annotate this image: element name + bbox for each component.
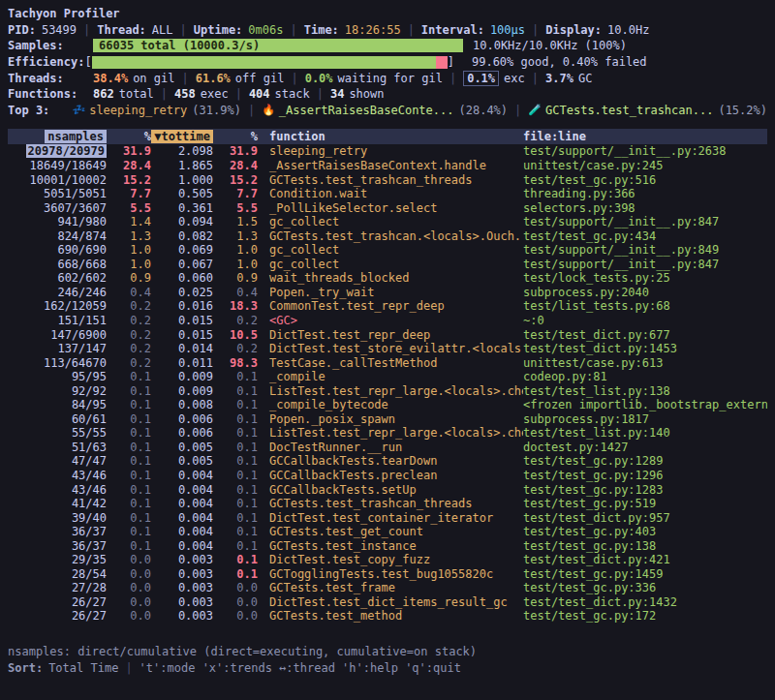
interval-label: Interval:: [421, 23, 484, 37]
sample-pct-cell: 0.1: [107, 469, 151, 482]
table-row[interactable]: 39/40 0.1 0.004 0.1 DictTest.test_contai…: [8, 510, 767, 525]
table-row[interactable]: 668/668 1.0 0.067 1.0 gc_collect test/su…: [8, 258, 767, 272]
cumulative-pct-cell: 0.4: [213, 286, 258, 299]
column-header-tottime[interactable]: ▼tottime: [151, 130, 213, 143]
functions-line: Functions: 862total | 458exec | 404stack…: [8, 86, 767, 103]
tachyon-profiler-window: Tachyon Profiler PID:53499 | Thread:ALL …: [0, 0, 775, 700]
cumulative-pct-cell: 0.0: [213, 581, 258, 594]
tottime-cell: 1.000: [151, 173, 213, 187]
table-row[interactable]: 36/37 0.1 0.004 0.1 GCTests.test_get_cou…: [8, 525, 767, 539]
table-row[interactable]: 20978/20979 31.9 2.098 31.9 sleeping_ret…: [8, 144, 767, 159]
divider: |: [174, 72, 195, 85]
table-row[interactable]: 113/64670 0.2 0.011 98.3 TestCase._callT…: [8, 355, 767, 370]
table-row[interactable]: 824/874 1.3 0.082 1.3 GCTests.test_trash…: [8, 228, 767, 243]
nsamples-cell: 690/690: [8, 243, 107, 257]
table-row[interactable]: 941/980 1.4 0.094 1.5 gc_collect test/su…: [8, 215, 767, 229]
threads-exc-pct: 0.1%: [463, 71, 499, 86]
uptime-label: Uptime:: [194, 23, 243, 37]
table-row[interactable]: 55/55 0.1 0.006 0.1 ListTest.test_repr_l…: [8, 426, 767, 441]
table-row[interactable]: 92/92 0.1 0.009 0.1 ListTest.test_repr_l…: [8, 383, 767, 398]
functions-total-desc: total: [119, 87, 154, 101]
threads-line: Threads: 38.4%on gil | 61.6%off gil | 0.…: [8, 70, 767, 86]
samples-progress-bar: 66035 total (10000.3/s): [93, 39, 463, 52]
cumulative-pct-cell: 1.3: [213, 229, 258, 243]
file-line-cell: test/test_dict.py:957: [523, 511, 767, 525]
column-header-nsamples[interactable]: nsamples: [8, 130, 107, 143]
table-row[interactable]: 602/602 0.9 0.060 0.9 wait_threads_block…: [8, 271, 767, 286]
functions-stack: 404: [249, 87, 270, 101]
table-row[interactable]: 29/35 0.0 0.003 0.1 DictTest.test_copy_f…: [8, 553, 767, 567]
file-line-cell: threading.py:366: [523, 187, 767, 200]
table-row[interactable]: 151/151 0.2 0.015 0.2 <GC> ~:0: [8, 314, 767, 328]
interval-value: 100μs: [490, 23, 525, 37]
table-row[interactable]: 10001/10002 15.2 1.000 15.2 GCTests.test…: [8, 172, 767, 187]
column-header-pct2[interactable]: %: [213, 130, 258, 143]
table-row[interactable]: 137/147 0.2 0.014 0.2 DictTest.test_stor…: [8, 342, 767, 356]
file-line-cell: test/support/__init__.py:2638: [523, 144, 767, 158]
table-row[interactable]: 28/54 0.0 0.003 0.1 GCTogglingTests.test…: [8, 567, 767, 582]
cumulative-pct-cell: 18.3: [213, 299, 258, 313]
footer-legend: nsamples: direct/cumulative (direct=exec…: [8, 644, 767, 660]
table-row[interactable]: 147/6900 0.2 0.015 10.5 DictTest.test_re…: [8, 327, 767, 342]
cumulative-pct-cell: 0.1: [213, 454, 258, 468]
cumulative-pct-cell: 0.2: [213, 342, 258, 355]
table-header: nsamples % ▼tottime % function file:line: [8, 129, 767, 144]
efficiency-summary: 99.60% good, 0.40% failed: [472, 55, 647, 69]
table-row[interactable]: 3607/3607 5.5 0.361 5.5 _PollLikeSelecto…: [8, 200, 767, 215]
table-row[interactable]: 5051/5051 7.7 0.505 7.7 Condition.wait t…: [8, 187, 767, 201]
sample-pct-cell: 0.1: [107, 426, 151, 440]
sample-pct-cell: 0.1: [107, 398, 151, 411]
column-header-function[interactable]: function: [258, 130, 523, 143]
table-row[interactable]: 690/690 1.0 0.069 1.0 gc_collect test/su…: [8, 243, 767, 258]
tottime-cell: 0.060: [151, 271, 213, 285]
table-row[interactable]: 26/27 0.0 0.003 0.0 DictTest.test_dict_i…: [8, 595, 767, 610]
tottime-cell: 0.003: [151, 553, 213, 566]
nsamples-cell: 92/92: [8, 384, 107, 398]
nsamples-cell: 26/27: [8, 609, 107, 623]
uptime-value: 0m06s: [248, 23, 283, 37]
sample-pct-cell: 0.1: [107, 441, 151, 454]
nsamples-cell: 668/668: [8, 258, 107, 271]
table-row[interactable]: 27/28 0.0 0.003 0.0 GCTests.test_frame t…: [8, 581, 767, 595]
table-row[interactable]: 41/42 0.1 0.004 0.1 GCTests.test_trashca…: [8, 497, 767, 511]
nsamples-cell: 60/61: [8, 412, 107, 426]
table-row[interactable]: 18649/18649 28.4 1.865 28.4 _AssertRaise…: [8, 159, 767, 173]
divider: |: [154, 87, 174, 101]
functions-exec-desc: exec: [201, 87, 229, 101]
column-header-pct1[interactable]: %: [107, 130, 151, 143]
thread-value[interactable]: ALL: [152, 23, 173, 37]
table-row[interactable]: 51/63 0.1 0.005 0.1 DocTestRunner.__run …: [8, 441, 767, 455]
column-header-file[interactable]: file:line: [523, 130, 767, 143]
nsamples-cell: 55/55: [8, 426, 107, 440]
table-body: 20978/20979 31.9 2.098 31.9 sleeping_ret…: [8, 144, 767, 624]
tottime-cell: 0.004: [151, 497, 213, 510]
function-cell: _PollLikeSelector.select: [258, 201, 523, 215]
function-cell: gc_collect: [258, 215, 523, 228]
table-row[interactable]: 162/12059 0.2 0.016 18.3 CommonTest.test…: [8, 299, 767, 314]
tottime-cell: 0.014: [151, 342, 213, 355]
table-row[interactable]: 26/27 0.0 0.003 0.0 GCTests.test_method …: [8, 609, 767, 624]
table-row[interactable]: 43/46 0.1 0.004 0.1 GCCallbackTests.setU…: [8, 482, 767, 497]
nsamples-cell: 824/874: [8, 229, 107, 243]
table-row[interactable]: 36/37 0.1 0.004 0.1 GCTests.test_instanc…: [8, 538, 767, 553]
table-row[interactable]: 60/61 0.1 0.006 0.1 Popen._posix_spawn s…: [8, 412, 767, 427]
table-row[interactable]: 95/95 0.1 0.009 0.1 _compile codeop.py:8…: [8, 370, 767, 384]
sample-pct-cell: 0.2: [107, 342, 151, 355]
top3-item-3-pct: (15.2%): [718, 104, 767, 117]
file-line-cell: test/test_gc.py:403: [523, 525, 767, 538]
pid-value: 53499: [42, 23, 77, 37]
file-line-cell: test/test_gc.py:1289: [523, 454, 767, 468]
table-row[interactable]: 84/95 0.1 0.008 0.1 _compile_bytecode <f…: [8, 398, 767, 412]
cumulative-pct-cell: 15.2: [213, 173, 258, 187]
table-row[interactable]: 246/246 0.4 0.025 0.4 Popen._try_wait su…: [8, 286, 767, 300]
sample-pct-cell: 0.0: [107, 581, 151, 594]
sample-pct-cell: 0.1: [107, 384, 151, 398]
table-row[interactable]: 43/46 0.1 0.004 0.1 GCCallbackTests.prec…: [8, 469, 767, 483]
function-cell: Popen._posix_spawn: [258, 412, 523, 426]
file-line-cell: test/support/__init__.py:849: [523, 243, 767, 257]
nsamples-cell: 113/64670: [8, 356, 107, 370]
table-row[interactable]: 47/47 0.1 0.005 0.1 GCCallbackTests.tear…: [8, 454, 767, 469]
nsamples-cell: 18649/18649: [8, 159, 107, 172]
display-label: Display:: [545, 23, 602, 37]
thread-label: Thread:: [97, 23, 146, 37]
